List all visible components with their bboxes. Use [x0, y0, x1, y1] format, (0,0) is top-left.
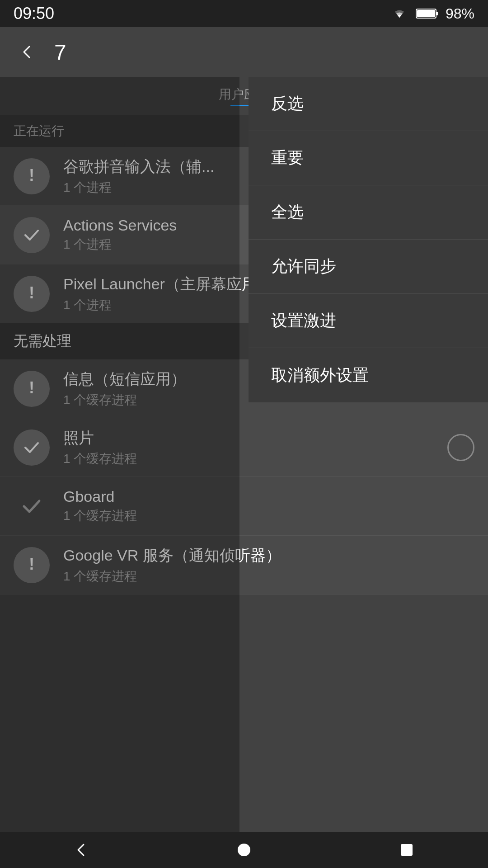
bottom-nav: [0, 832, 488, 868]
page-title: 7: [54, 40, 66, 65]
menu-item-label: 取消额外设置: [271, 364, 369, 387]
menu-item-invert[interactable]: 反选: [249, 77, 488, 131]
menu-item-label: 全选: [271, 201, 304, 223]
wifi-icon: [390, 7, 408, 20]
menu-item-allow-sync[interactable]: 允许同步: [249, 240, 488, 294]
menu-item-important[interactable]: 重要: [249, 131, 488, 185]
svg-point-7: [238, 844, 250, 856]
menu-item-aggressive[interactable]: 设置激进: [249, 294, 488, 348]
status-bar: 09:50 98%: [0, 0, 488, 27]
menu-item-label: 允许同步: [271, 255, 336, 278]
nav-recent-button[interactable]: [389, 832, 425, 868]
battery-icon: [416, 8, 438, 19]
main-content: 用户应用 正在运行 ! 谷歌拼音输入法（辅... 1 个进程 Actions S…: [0, 77, 488, 832]
status-icons: 98%: [390, 5, 474, 22]
menu-item-label: 重要: [271, 147, 304, 169]
context-menu: 反选 重要 全选 允许同步 设置激进 取消额外设置: [249, 77, 488, 402]
nav-home-button[interactable]: [226, 832, 262, 868]
menu-item-label: 设置激进: [271, 310, 336, 332]
menu-item-select-all[interactable]: 全选: [249, 185, 488, 240]
battery-percentage: 98%: [446, 5, 474, 22]
menu-item-cancel-extra[interactable]: 取消额外设置: [249, 348, 488, 402]
context-menu-overlay: 反选 重要 全选 允许同步 设置激进 取消额外设置: [0, 77, 488, 832]
nav-home-icon: [235, 841, 253, 859]
back-arrow-icon: [18, 43, 36, 61]
nav-recent-icon: [399, 842, 415, 858]
svg-rect-8: [401, 844, 413, 856]
nav-back-icon: [72, 841, 90, 859]
menu-dim[interactable]: [0, 77, 239, 832]
svg-rect-2: [417, 10, 435, 17]
status-time: 09:50: [14, 4, 54, 23]
svg-rect-1: [436, 12, 438, 15]
menu-item-label: 反选: [271, 93, 304, 115]
nav-back-button[interactable]: [63, 832, 99, 868]
app-header: 7: [0, 27, 488, 77]
back-button[interactable]: [14, 38, 41, 66]
